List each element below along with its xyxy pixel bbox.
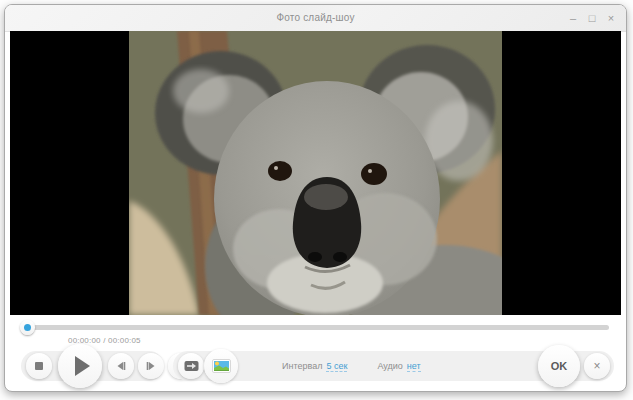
pictures-button[interactable]: [204, 349, 238, 383]
panel-close-icon: ×: [593, 360, 600, 372]
control-bar: 00:00:00 / 00:00:05: [10, 334, 621, 386]
playback-controls: [21, 351, 164, 381]
minimize-button[interactable]: –: [567, 11, 579, 25]
previous-frame-button[interactable]: [108, 353, 134, 379]
seek-bar[interactable]: [22, 325, 609, 330]
play-button[interactable]: [58, 344, 102, 388]
audio-label: Аудио: [377, 361, 402, 371]
stop-icon: [35, 362, 43, 370]
step-forward-icon: [145, 360, 157, 372]
step-backward-icon: [115, 360, 127, 372]
title-bar[interactable]: Фото слайд-шоу – □ ×: [5, 5, 626, 32]
screen-mode-button[interactable]: [178, 353, 204, 379]
play-icon: [75, 356, 90, 376]
slideshow-window: Фото слайд-шоу – □ ×: [4, 4, 627, 392]
settings-bar: Интервал 5 сек Аудио нет OK ×: [173, 351, 614, 381]
audio-value-link[interactable]: нет: [407, 361, 421, 372]
window-close-button[interactable]: ×: [605, 11, 617, 25]
ok-button[interactable]: OK: [538, 345, 580, 387]
minimize-icon: –: [570, 12, 576, 24]
stop-button[interactable]: [26, 353, 52, 379]
window-title: Фото слайд-шоу: [5, 5, 626, 31]
interval-label: Интервал: [282, 361, 322, 371]
panel-close-button[interactable]: ×: [584, 353, 610, 379]
maximize-icon: □: [589, 12, 596, 24]
next-frame-button[interactable]: [138, 353, 164, 379]
photo-viewer: [10, 31, 621, 315]
interval-value-link[interactable]: 5 сек: [326, 361, 347, 372]
display-arrow-icon: [184, 360, 199, 372]
koala-photo: [129, 31, 502, 315]
window-controls: – □ ×: [567, 5, 617, 31]
screen: Фото слайд-шоу – □ ×: [0, 0, 633, 400]
seek-thumb[interactable]: [20, 320, 35, 335]
close-icon: ×: [608, 12, 614, 24]
pictures-icon: [212, 359, 231, 373]
maximize-button[interactable]: □: [586, 11, 598, 25]
